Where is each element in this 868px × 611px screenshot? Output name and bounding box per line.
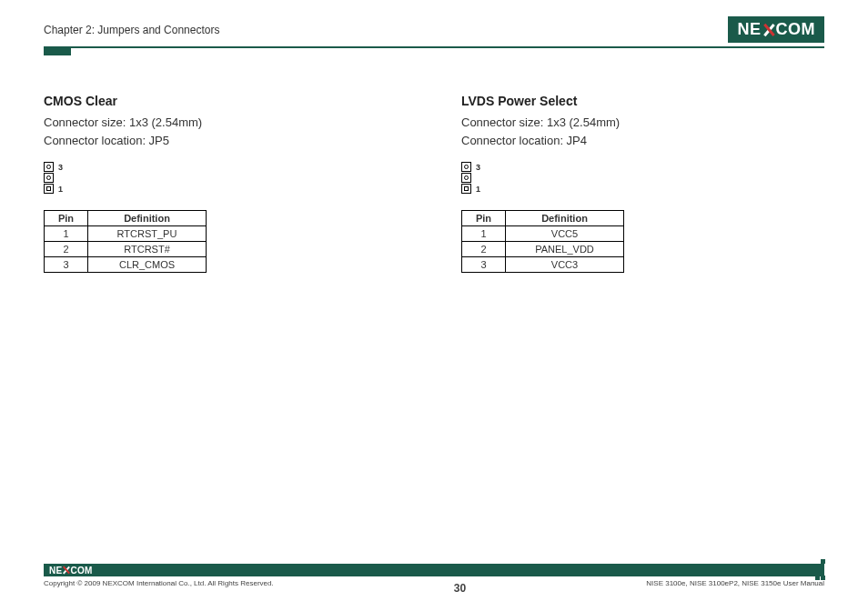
cell-def: RTCRST_PU (88, 226, 207, 242)
section-title: LVDS Power Select (461, 94, 824, 108)
pin-circle-icon (46, 165, 51, 169)
pin-label-3: 3 (58, 163, 63, 172)
pin-label-3: 3 (476, 163, 480, 172)
manual-name: NISE 3100e, NISE 3100eP2, NISE 3150e Use… (646, 579, 824, 595)
content-columns: CMOS Clear Connector size: 1x3 (2.54mm) … (44, 94, 824, 273)
pin-circle-icon (464, 165, 469, 169)
jumper-diagram: 3 1 (461, 162, 485, 194)
section-title: CMOS Clear (44, 94, 407, 108)
cell-def: VCC5 (506, 226, 624, 242)
page-header: Chapter 2: Jumpers and Connectors NE COM (44, 16, 824, 48)
cell-pin: 2 (45, 242, 88, 257)
cell-pin: 1 (45, 226, 88, 242)
footer-text-row: Copyright © 2009 NEXCOM International Co… (44, 579, 824, 595)
pin-definition-table: Pin Definition 1 VCC5 2 PANEL_VDD 3 VCC3 (461, 210, 624, 273)
logo-x-icon (762, 24, 775, 36)
cell-def: VCC3 (506, 257, 624, 273)
logo-x-icon (63, 566, 70, 574)
pin-circle-icon (46, 175, 51, 180)
cell-pin: 1 (462, 226, 506, 242)
header-definition: Definition (88, 211, 207, 226)
cell-def: RTCRST# (88, 242, 207, 257)
logo-text-left: NE (49, 566, 63, 576)
jumper-pin-2 (44, 173, 54, 183)
cell-pin: 3 (462, 257, 506, 273)
connector-location: Connector location: JP4 (461, 132, 824, 150)
jumper-pin-3: 3 (461, 162, 471, 172)
jumper-pin-2 (461, 173, 471, 183)
table-header-row: Pin Definition (45, 211, 207, 226)
pin-circle-icon (464, 175, 469, 180)
chapter-title: Chapter 2: Jumpers and Connectors (44, 24, 219, 36)
pin-square-icon (46, 186, 51, 191)
section-cmos-clear: CMOS Clear Connector size: 1x3 (2.54mm) … (44, 94, 407, 273)
header-definition: Definition (506, 211, 624, 226)
nexcom-logo: NE COM (728, 16, 824, 43)
pin-square-icon (464, 186, 469, 191)
cell-pin: 3 (45, 257, 88, 273)
connector-size: Connector size: 1x3 (2.54mm) (461, 114, 824, 132)
connector-size: Connector size: 1x3 (2.54mm) (44, 114, 407, 132)
page-footer: NE COM Copyright © 2009 NEXCOM Internati… (44, 564, 824, 595)
pin-definition-table: Pin Definition 1 RTCRST_PU 2 RTCRST# 3 C… (44, 210, 207, 273)
footer-nexcom-logo: NE COM (49, 566, 93, 576)
table-row: 3 CLR_CMOS (45, 257, 207, 273)
logo-text-right: COM (776, 20, 816, 39)
table-row: 3 VCC3 (462, 257, 624, 273)
table-row: 1 RTCRST_PU (45, 226, 207, 242)
jumper-pin-1: 1 (44, 184, 54, 194)
table-row: 1 VCC5 (462, 226, 624, 242)
pin-label-1: 1 (476, 185, 480, 194)
jumper-pin-3: 3 (44, 162, 54, 172)
pin-label-1: 1 (58, 185, 63, 194)
connector-location: Connector location: JP5 (44, 132, 407, 150)
footer-squares-icon (815, 559, 825, 580)
page-number: 30 (454, 582, 466, 595)
copyright-text: Copyright © 2009 NEXCOM International Co… (44, 579, 274, 595)
table-row: 2 PANEL_VDD (462, 242, 624, 257)
header-pin: Pin (45, 211, 88, 226)
tab-accent (44, 48, 71, 55)
logo-text-left: NE (737, 20, 761, 39)
table-row: 2 RTCRST# (45, 242, 207, 257)
logo-text-right: COM (71, 566, 93, 576)
cell-pin: 2 (462, 242, 506, 257)
table-header-row: Pin Definition (462, 211, 624, 226)
jumper-diagram: 3 1 (44, 162, 67, 194)
jumper-pin-1: 1 (461, 184, 471, 194)
header-pin: Pin (462, 211, 506, 226)
cell-def: PANEL_VDD (506, 242, 624, 257)
footer-bar: NE COM (44, 564, 824, 576)
section-lvds-power-select: LVDS Power Select Connector size: 1x3 (2… (461, 94, 824, 273)
cell-def: CLR_CMOS (88, 257, 207, 273)
